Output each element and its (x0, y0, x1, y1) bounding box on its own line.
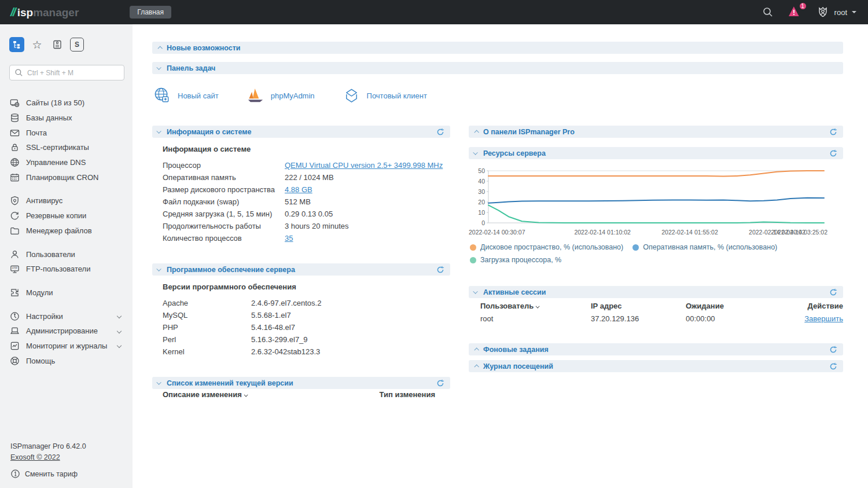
sidebar-item-label: Почта (26, 129, 47, 137)
panel-header-sessions[interactable]: Активные сессии (469, 286, 843, 298)
username: root (834, 8, 847, 17)
search-icon[interactable] (762, 6, 774, 18)
menu-tree-button[interactable] (9, 37, 24, 52)
cpu-link[interactable]: QEMU Virtual CPU version 2.5+ 3499.998 M… (285, 161, 443, 170)
sidebar-item-ssl[interactable]: SSL-сертификаты (10, 140, 133, 155)
chevron-down-icon (117, 343, 122, 348)
tariff-coin-icon (10, 469, 20, 479)
panel-header-about[interactable]: О панели ISPmanager Pro (469, 126, 843, 138)
disk-size-link[interactable]: 4.88 GB (285, 185, 312, 194)
tab-home[interactable]: Главная (130, 6, 171, 19)
sessions-sort-user[interactable]: Пользователь (480, 302, 591, 310)
panel-title: Панель задач (167, 64, 215, 72)
refresh-icon[interactable] (436, 266, 444, 274)
taskbar-shortcuts: Новый сайт phpMyAdmin Почтовый клиент (153, 87, 843, 105)
sidebar-item-label: Мониторинг и журналы (26, 342, 107, 350)
refresh-icon[interactable] (829, 362, 837, 370)
software-row: Apache2.4.6-97.el7.centos.2 (152, 297, 450, 309)
panel-header-software[interactable]: Программное обеспечение сервера (152, 263, 450, 276)
panel-header-background-tasks[interactable]: Фоновые задания (469, 343, 843, 355)
sidebar-item-databases[interactable]: Базы данных (10, 111, 133, 126)
panel-header-new-features[interactable]: Новые возможности (152, 42, 843, 54)
sidebar-menu: Сайты (18 из 50) Базы данных Почта SSL-с… (0, 96, 133, 442)
software-row: Kernel2.6.32-042stab123.3 (152, 346, 450, 358)
changelog-sort-description[interactable]: Описание изменения (163, 390, 248, 399)
sort-caret-icon (536, 304, 540, 308)
chevron-down-icon (117, 314, 122, 318)
sidebar-item-monitoring[interactable]: Мониторинг и журналы (10, 339, 133, 354)
panel-title: Информация о системе (167, 128, 251, 136)
shortcut-new-site[interactable]: Новый сайт (153, 87, 219, 105)
sidebar-item-backups[interactable]: Резервные копии (10, 208, 133, 223)
svg-text:2022-02-14 03:25:02: 2022-02-14 03:25:02 (771, 229, 828, 236)
laptop-icon (10, 326, 20, 336)
refresh-icon[interactable] (436, 128, 444, 136)
logo-manager: manager (33, 6, 79, 19)
legend-item-cpu: Загрузка процессора, % (470, 256, 561, 264)
refresh-icon[interactable] (829, 346, 837, 354)
panel-title: Список изменений текущей версии (167, 379, 293, 387)
refresh-icon[interactable] (829, 288, 837, 296)
info-row: Количество процессов35 (152, 232, 450, 244)
sidebar-item-dns[interactable]: Управление DNS (10, 155, 133, 170)
chevron-down-icon (117, 329, 122, 333)
user-menu[interactable]: root (816, 5, 856, 19)
search-input[interactable] (27, 69, 119, 77)
session-wait: 00:00:00 (686, 314, 804, 323)
refresh-icon[interactable] (829, 149, 837, 157)
sidebar-item-settings[interactable]: Настройки (10, 309, 133, 324)
copyright-link[interactable]: Exosoft © 2022 (10, 453, 60, 461)
mail-client-icon (343, 87, 361, 105)
sidebar-item-modules[interactable]: Модули (10, 285, 133, 300)
sidebar: ☆ S Сайты (18 из 50) Базы данных (0, 24, 133, 488)
notifications-button[interactable]: 1 (788, 5, 802, 20)
sort-caret-icon (244, 393, 248, 397)
s-mode-button[interactable]: S (70, 38, 84, 52)
shortcut-mail-client[interactable]: Почтовый клиент (343, 87, 427, 105)
sidebar-item-sites[interactable]: Сайты (18 из 50) (10, 96, 133, 111)
panel-title: Ресурсы сервера (483, 149, 546, 157)
search-icon (14, 68, 23, 77)
process-count-link[interactable]: 35 (285, 234, 293, 243)
sidebar-item-label: Сайты (18 из 50) (26, 98, 84, 107)
sidebar-item-help[interactable]: Помощь (10, 353, 133, 368)
sidebar-item-users[interactable]: Пользователи (10, 247, 133, 262)
sidebar-item-label: Модули (26, 288, 53, 297)
logo-isp: isp (17, 6, 33, 19)
sidebar-item-cron[interactable]: Планировщик CRON (10, 170, 133, 185)
user-icon (10, 249, 20, 259)
panel-header-taskbar[interactable]: Панель задач (152, 62, 843, 74)
sidebar-item-label: SSL-сертификаты (26, 143, 89, 152)
sidebar-item-ftpusers[interactable]: FTP FTP-пользователи (10, 262, 133, 277)
notes-button[interactable] (50, 37, 65, 52)
star-icon: ☆ (32, 39, 42, 50)
chevron-up-icon (474, 347, 479, 352)
favorites-button[interactable]: ☆ (30, 37, 45, 52)
refresh-icon[interactable] (436, 379, 444, 387)
lifebuoy-icon (10, 356, 20, 366)
sidebar-item-label: Антивирус (26, 196, 62, 205)
sidebar-item-administration[interactable]: Администрирование (10, 324, 133, 339)
sidebar-item-filemanager[interactable]: Менеджер файлов (10, 223, 133, 239)
clipboard-icon (52, 39, 62, 50)
sidebar-search[interactable] (9, 65, 124, 80)
panel-header-changelog[interactable]: Список изменений текущей версии (152, 377, 450, 389)
terminate-session-link[interactable]: Завершить (804, 314, 843, 323)
software-row: PHP5.4.16-48.el7 (152, 321, 450, 333)
panel-header-resources[interactable]: Ресурсы сервера (469, 147, 843, 159)
panel-title: Активные сессии (483, 288, 546, 296)
sidebar-item-mail[interactable]: Почта (10, 125, 133, 140)
shortcut-phpmyadmin[interactable]: phpMyAdmin (247, 87, 315, 105)
change-tariff-button[interactable]: Сменить тариф (10, 469, 133, 479)
info-row: Файл подкачки (swap)512 MB (152, 196, 450, 208)
sidebar-item-antivirus[interactable]: Антивирус (10, 193, 133, 208)
svg-text:40: 40 (478, 178, 485, 185)
app-logo[interactable]: //ispmanager (10, 5, 79, 19)
database-icon (10, 113, 20, 123)
puzzle-icon (10, 288, 20, 298)
panel-header-visit-log[interactable]: Журнал посещений (469, 360, 843, 372)
sites-icon (10, 98, 20, 108)
panel-title: О панели ISPmanager Pro (483, 128, 575, 136)
refresh-icon[interactable] (829, 128, 837, 136)
panel-header-system-info[interactable]: Информация о системе (152, 126, 450, 138)
